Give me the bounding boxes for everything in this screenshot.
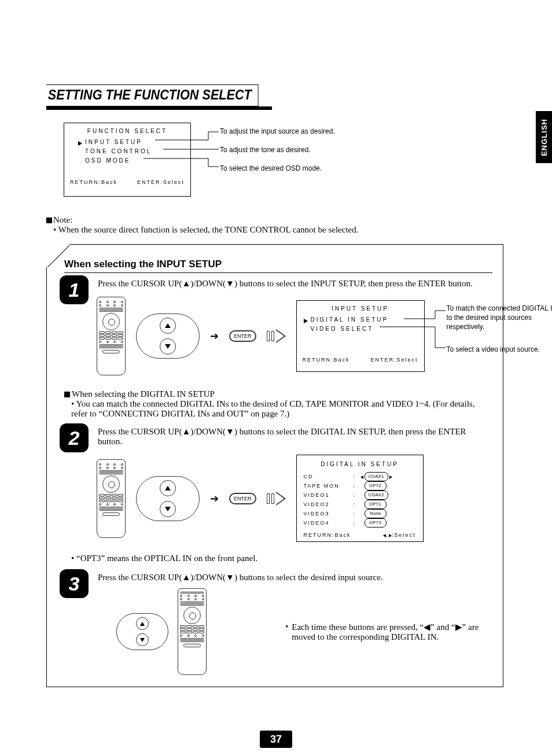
osd-item-list: INPUT SETUP TONE CONTROL OSD MODE: [85, 138, 185, 165]
osd-item-label: OSD MODE: [85, 157, 130, 164]
din-row: CD: COAX1: [304, 472, 416, 481]
osd-footer-left: RETURN:Back: [303, 357, 350, 363]
cursor-down-icon: [160, 501, 176, 517]
osd-item: OSD MODE: [85, 156, 185, 165]
note-label: Note:: [53, 215, 72, 224]
step3-diagram: •Each time these buttons are pressed, “◀…: [116, 588, 492, 675]
osd-item: TONE CONTROL: [85, 147, 185, 156]
din-row: VIDEO1:COAX2: [304, 491, 416, 500]
osd-footer-left: RETURN:Back: [304, 532, 351, 538]
cursor-down-icon: [160, 338, 176, 355]
din-row: TAPE MON:OPT2: [304, 481, 416, 491]
osd-input-setup: INPUT SETUP DIGITAL IN SETUP VIDEO SELEC…: [296, 300, 425, 372]
osd-callouts: To adjust the input source as desired. T…: [220, 127, 335, 176]
enter-label: ENTER: [234, 496, 252, 501]
page-content: SETTING THE FUNCTION SELECT FUNCTION SEL…: [46, 84, 503, 687]
osd-item: INPUT SETUP: [85, 138, 185, 147]
note-block: Note: • When the source direct function …: [46, 215, 503, 235]
cursor-right-icon: [304, 316, 308, 326]
subsection-heading: When selecting the DIGITAL IN SETUP: [72, 389, 215, 399]
section-title-underline: [46, 106, 272, 110]
cursor-up-icon: [160, 480, 176, 496]
din-key: VIDEO4: [304, 519, 354, 527]
din-row: VIDEO2:OPT1: [304, 500, 416, 509]
osd-item: DIGITAL IN SETUP: [311, 315, 418, 324]
remote-illustration: [97, 459, 126, 538]
section-title: SETTING THE FUNCTION SELECT: [46, 84, 259, 106]
osd-title: INPUT SETUP: [303, 305, 418, 312]
din-key: VIDEO1: [304, 491, 354, 499]
osd-footer-right: ENTER:Select: [370, 357, 418, 363]
step-1: 1 Press the CURSOR UP(▲)/DOWN(▼) buttons…: [64, 279, 492, 375]
callout-text: To match the connected DIGITAL INs to th…: [447, 304, 552, 332]
cursor-down-icon: [136, 633, 149, 646]
din-row: VIDEO4:OPT3: [304, 518, 416, 528]
osd-footer-left: RETURN:Back: [70, 179, 117, 185]
enter-button-illustration: ENTER: [229, 493, 256, 504]
callout-connectors-svg: [425, 300, 448, 375]
din-key: TAPE MON: [304, 482, 354, 490]
cursor-right-icon: [78, 139, 82, 148]
procedure-box: When selecting the INPUT SETUP 1 Press t…: [46, 244, 503, 687]
page-number: 37: [260, 731, 292, 748]
din-key: VIDEO3: [304, 510, 354, 518]
cursor-up-icon: [136, 617, 149, 630]
osd-footer-right: ENTER:Select: [137, 179, 185, 185]
arrow-right-icon: ➔: [210, 330, 219, 342]
callout-text: To select a video input source.: [447, 345, 552, 354]
clipped-corner: [46, 244, 69, 267]
step2-diagram: ➔ ENTER DIGITAL IN SETUP CD: COAX1: [97, 455, 492, 542]
osd-digital-in-setup: DIGITAL IN SETUP CD: COAX1 TAPE MON:OPT2…: [296, 455, 424, 542]
din-value: OPT1: [365, 500, 387, 509]
din-key: CD: [304, 473, 354, 481]
square-bullet-icon: [64, 392, 70, 397]
din-value: COAX1: [365, 472, 388, 481]
step-3: 3 Press the CURSOR UP(▲)/DOWN(▼) buttons…: [64, 573, 492, 675]
din-key: VIDEO2: [304, 500, 354, 508]
step-text: Press the CURSOR UP(▲)/DOWN(▼) buttons t…: [98, 427, 492, 447]
callout-text: To adjust the tone as desired.: [220, 146, 311, 154]
osd-footer: RETURN:Back ,:Select: [304, 532, 416, 538]
callout-text: To select the desired OSD mode.: [220, 164, 322, 172]
osd-title: DIGITAL IN SETUP: [304, 461, 416, 467]
din-value: OPT2: [365, 481, 387, 491]
osd-function-select: FUNCTION SELECT INPUT SETUP TONE CONTROL…: [64, 123, 191, 197]
osd-item: VIDEO SELECT: [311, 324, 418, 334]
arrow-right-icon: ➔: [210, 492, 219, 505]
osd-callouts: To match the connected DIGITAL INs to th…: [447, 304, 552, 354]
note-bullet: When the source direct function is selec…: [58, 225, 359, 234]
osd-footer-right: ,:Select: [383, 532, 415, 538]
remote-illustration: [178, 588, 207, 675]
cursor-up-icon: [160, 318, 176, 334]
osd-footer: RETURN:Back ENTER:Select: [70, 179, 185, 185]
osd-footer: RETURN:Back ENTER:Select: [303, 357, 418, 363]
step-2: 2 Press the CURSOR UP(▲)/DOWN(▼) buttons…: [64, 427, 492, 542]
din-value: None: [365, 509, 387, 518]
procedure-heading: When selecting the INPUT SETUP: [64, 259, 492, 273]
osd-item-label: DIGITAL IN SETUP: [311, 316, 389, 323]
step-number-badge: 2: [60, 423, 89, 452]
din-row: VIDEO3:None: [304, 509, 416, 518]
osd-item-label: TONE CONTROL: [85, 148, 152, 154]
opt3-note: • “OPT3” means the OPTICAL IN on the fro…: [71, 554, 492, 563]
din-rows: CD: COAX1 TAPE MON:OPT2 VIDEO1:COAX2 VID…: [304, 472, 416, 528]
step1-diagram: ➔ ENTER INPUT SETUP D: [97, 297, 492, 375]
cursor-right-icon: [389, 473, 392, 481]
square-bullet-icon: [46, 217, 52, 223]
step-text: Press the CURSOR UP(▲)/DOWN(▼) buttons t…: [98, 279, 492, 289]
osd-item-label: VIDEO SELECT: [311, 326, 374, 332]
section-title-wrap: SETTING THE FUNCTION SELECT: [46, 84, 272, 106]
step-text: Press the CURSOR UP(▲)/DOWN(▼) buttons t…: [98, 573, 492, 582]
step-number-badge: 1: [60, 275, 89, 304]
osd-title: FUNCTION SELECT: [70, 128, 185, 134]
cursor-up-down-illustration: [136, 476, 200, 521]
cursor-up-down-illustration: [116, 613, 168, 650]
subsection-bullet: You can match the connected DIGITAL INs …: [71, 399, 474, 418]
step-number-badge: 3: [60, 569, 89, 598]
callout-text: To adjust the input source as desired.: [220, 127, 335, 135]
transition-arrow-icon: [267, 492, 286, 506]
subsection: When selecting the DIGITAL IN SETUP • Yo…: [64, 389, 492, 419]
language-tab: ENGLISH: [536, 111, 552, 163]
osd-input-setup-area: INPUT SETUP DIGITAL IN SETUP VIDEO SELEC…: [296, 300, 425, 372]
osd-item-label: INPUT SETUP: [85, 139, 142, 145]
